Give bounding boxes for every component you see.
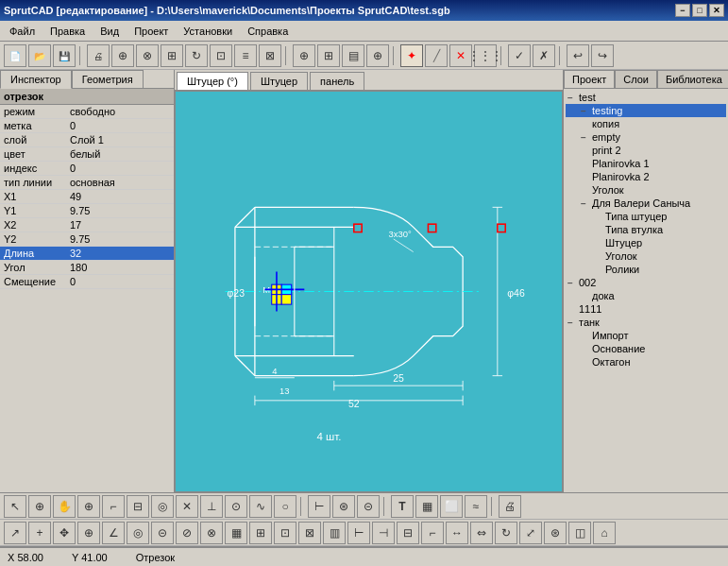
canvas-tab-2[interactable]: панель — [310, 72, 364, 90]
open-button[interactable] — [28, 44, 51, 67]
snap-tan-button[interactable]: ⊙ — [225, 495, 247, 518]
crosshair-button[interactable]: ⊕ — [77, 495, 100, 518]
tb-btn-11[interactable]: ⊠ — [259, 44, 281, 67]
tree-item-17[interactable]: −танк — [566, 316, 726, 329]
prop-row-1[interactable]: метка0 — [0, 119, 174, 133]
prop-row-9[interactable]: Y29.75 — [0, 232, 174, 247]
tb-btn-16[interactable]: ✦ — [400, 44, 423, 67]
bt2-4[interactable]: ⊕ — [77, 522, 100, 544]
tree-item-14[interactable]: −002 — [566, 276, 726, 289]
zoom-window-button[interactable]: ⊕ — [28, 495, 51, 518]
tree-item-12[interactable]: Уголок — [566, 249, 726, 263]
menu-edit[interactable]: Правка — [44, 24, 91, 39]
tree-expander-17[interactable]: − — [567, 317, 579, 328]
tab-library[interactable]: Библиотека — [657, 70, 728, 88]
tree-item-8[interactable]: −Для Валери Саныча — [566, 197, 726, 210]
bt2-3[interactable]: ✥ — [53, 522, 76, 544]
snap-end-button[interactable]: ⌐ — [102, 495, 125, 518]
bt2-1[interactable]: ↗ — [4, 522, 26, 544]
bt2-8[interactable]: ⊘ — [176, 522, 198, 544]
menu-help[interactable]: Справка — [242, 24, 294, 39]
tree-item-13[interactable]: Ролики — [566, 263, 726, 276]
snap-int-button[interactable]: ✕ — [176, 495, 198, 518]
save-button[interactable] — [53, 44, 76, 67]
tree-item-3[interactable]: −empty — [566, 130, 726, 144]
canvas-area[interactable]: 52 25 4 13 φ46 φ23 M10 — [175, 91, 563, 492]
tb-btn-20[interactable]: ✓ — [508, 44, 531, 67]
snap-none-button[interactable]: ○ — [274, 495, 296, 518]
tb-btn-21[interactable]: ✗ — [533, 44, 555, 67]
tree-item-16[interactable]: 1111 — [566, 302, 726, 316]
canvas-tab-1[interactable]: Штуцер — [250, 72, 308, 90]
tree-expander-1[interactable]: − — [581, 106, 592, 116]
prop-row-10[interactable]: Длина32 — [0, 247, 174, 261]
tb-btn-12[interactable]: ⊕ — [293, 44, 315, 67]
bt2-14[interactable]: ▥ — [323, 522, 346, 544]
snap-cen-button[interactable]: ◎ — [151, 495, 174, 518]
tree-item-6[interactable]: Planirovka 2 — [566, 170, 726, 183]
prop-row-11[interactable]: Угол180 — [0, 261, 174, 275]
new-button[interactable] — [4, 44, 26, 67]
otrack-button[interactable]: ⊝ — [357, 495, 380, 518]
tb-btn-5[interactable]: ⊕ — [111, 44, 134, 67]
bt2-25[interactable]: ⌂ — [593, 522, 616, 544]
tree-expander-0[interactable]: − — [567, 93, 579, 103]
bt2-2[interactable]: + — [28, 522, 51, 544]
tab-geometry[interactable]: Геометрия — [72, 70, 144, 88]
tree-item-18[interactable]: Импорт — [566, 329, 726, 342]
minimize-button[interactable]: − — [675, 4, 690, 17]
tree-item-7[interactable]: Уголок — [566, 183, 726, 197]
tb-btn-17[interactable]: ╱ — [425, 44, 448, 67]
bt2-9[interactable]: ⊗ — [200, 522, 223, 544]
prop-row-12[interactable]: Смещение0 — [0, 275, 174, 289]
prop-row-3[interactable]: цветбелый — [0, 147, 174, 162]
bt2-16[interactable]: ⊣ — [372, 522, 395, 544]
menu-file[interactable]: Файл — [4, 24, 41, 39]
tree-item-15[interactable]: дока — [566, 289, 726, 302]
prop-row-7[interactable]: Y19.75 — [0, 204, 174, 218]
tree-item-9[interactable]: Типа штуцер — [566, 210, 726, 223]
print-button[interactable] — [87, 44, 110, 67]
maximize-button[interactable]: □ — [692, 4, 707, 17]
prop-row-8[interactable]: X217 — [0, 218, 174, 232]
tree-item-4[interactable]: print 2 — [566, 144, 726, 157]
bt2-17[interactable]: ⊟ — [397, 522, 419, 544]
tb-btn-15[interactable]: ⊕ — [366, 44, 389, 67]
bt2-22[interactable]: ⤢ — [519, 522, 542, 544]
tab-project[interactable]: Проект — [564, 70, 615, 88]
canvas-tab-0[interactable]: Штуцер (°) — [177, 72, 248, 90]
prop-row-6[interactable]: X149 — [0, 190, 174, 204]
bt2-21[interactable]: ↻ — [495, 522, 517, 544]
snap-per-button[interactable]: ⊥ — [200, 495, 223, 518]
tb-btn-13[interactable]: ⊞ — [317, 44, 340, 67]
bt2-23[interactable]: ⊛ — [544, 522, 567, 544]
tb-btn-6[interactable]: ⊗ — [136, 44, 159, 67]
close-button[interactable]: ✕ — [709, 4, 724, 17]
prop-row-5[interactable]: тип линииосновная — [0, 176, 174, 190]
bt2-24[interactable]: ◫ — [568, 522, 591, 544]
tb-btn-9[interactable]: ⊡ — [210, 44, 232, 67]
menu-project[interactable]: Проект — [128, 24, 174, 39]
bt2-20[interactable]: ⇔ — [470, 522, 493, 544]
bt2-18[interactable]: ⌐ — [421, 522, 444, 544]
tree-item-0[interactable]: −test — [566, 91, 726, 104]
menu-view[interactable]: Вид — [94, 24, 125, 39]
bt2-6[interactable]: ◎ — [127, 522, 149, 544]
tb-btn-19[interactable]: ⋮⋮⋮ — [474, 44, 497, 67]
bt2-10[interactable]: ▦ — [225, 522, 247, 544]
attdef-button[interactable]: ≈ — [465, 495, 487, 518]
tree-item-11[interactable]: Штуцер — [566, 236, 726, 249]
bt2-12[interactable]: ⊡ — [274, 522, 296, 544]
tree-expander-8[interactable]: − — [581, 198, 592, 209]
prop-row-4[interactable]: индекс0 — [0, 162, 174, 176]
undo-button[interactable] — [567, 44, 589, 67]
prop-row-2[interactable]: слойСлой 1 — [0, 133, 174, 147]
menu-settings[interactable]: Установки — [178, 24, 238, 39]
plot-button[interactable]: 🖨 — [499, 495, 521, 518]
block-ins-button[interactable]: ⬜ — [440, 495, 463, 518]
snap-near-button[interactable]: ∿ — [249, 495, 272, 518]
tree-expander-14[interactable]: − — [567, 278, 579, 288]
tab-inspector[interactable]: Инспектор — [0, 70, 72, 89]
snap-mid-button[interactable]: ⊟ — [127, 495, 149, 518]
tab-layers[interactable]: Слои — [615, 70, 657, 88]
